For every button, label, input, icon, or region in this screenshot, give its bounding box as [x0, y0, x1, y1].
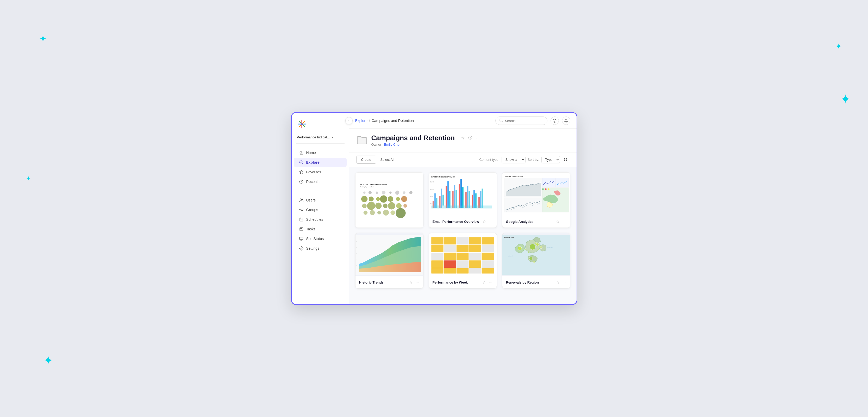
svg-point-47	[403, 191, 405, 194]
svg-rect-148	[482, 268, 494, 273]
svg-rect-135	[444, 253, 456, 260]
breadcrumb-explore[interactable]: Explore	[355, 119, 368, 123]
svg-rect-80	[452, 191, 454, 208]
card-historic-trends[interactable]: 6 5 4 3 2	[355, 233, 424, 289]
card-footer-content-performance: Content Performance ★ ···	[355, 228, 423, 228]
svg-point-48	[409, 191, 412, 194]
sidebar-item-recents-label: Recents	[306, 180, 319, 184]
search-input[interactable]	[505, 119, 544, 123]
svg-rect-94	[482, 189, 483, 208]
svg-rect-136	[456, 253, 468, 260]
svg-text:Facebook Content Performance: Facebook Content Performance	[360, 183, 387, 185]
svg-rect-125	[444, 237, 456, 244]
card-actions-google-analytics: ☆ ···	[556, 219, 566, 225]
search-box[interactable]	[495, 117, 548, 125]
svg-rect-88	[468, 191, 470, 208]
svg-rect-78	[447, 181, 449, 208]
topbar: Explore / Campaigns and Retention	[349, 113, 577, 129]
breadcrumb: Explore / Campaigns and Retention	[355, 119, 414, 123]
star-icon	[299, 170, 304, 174]
star-button-email-performance[interactable]: ☆	[482, 219, 487, 225]
svg-point-165	[533, 261, 535, 263]
svg-point-26	[301, 248, 302, 249]
svg-rect-84	[460, 179, 462, 208]
card-google-analytics[interactable]: Website Traffic Trends	[502, 172, 570, 228]
sidebar-item-users[interactable]: Users	[294, 196, 347, 205]
sidebar-item-home[interactable]: Home	[294, 148, 347, 157]
svg-rect-147	[469, 268, 481, 273]
svg-point-58	[375, 203, 381, 209]
help-button[interactable]	[551, 117, 559, 125]
sort-select[interactable]: Type	[541, 156, 560, 163]
svg-rect-83	[459, 184, 460, 208]
svg-rect-93	[480, 191, 481, 208]
sidebar-item-schedules[interactable]: Schedules	[294, 215, 347, 224]
svg-rect-12	[302, 209, 303, 210]
info-button[interactable]	[468, 135, 473, 141]
sparkle-decoration-4: ✦	[835, 42, 842, 51]
star-button-performance-week[interactable]: ☆	[482, 279, 487, 285]
svg-point-53	[388, 196, 393, 202]
card-email-performance[interactable]: Email Performance Overview	[429, 172, 497, 228]
svg-point-5	[300, 160, 303, 164]
sidebar-item-favorites[interactable]: Favorites	[294, 167, 347, 177]
svg-text:3: 3	[356, 259, 357, 261]
groups-icon	[299, 207, 304, 212]
sidebar-item-site-status-label: Site Status	[306, 237, 324, 241]
sidebar-item-recents[interactable]: Recents	[294, 177, 347, 186]
select-all-button[interactable]: Select All	[379, 156, 395, 163]
users-icon	[299, 198, 304, 203]
more-button-renewals-region[interactable]: ···	[562, 280, 566, 285]
app-window: Performance Indicat... ▾ Home Explore	[291, 112, 577, 305]
workspace-selector[interactable]: Performance Indicat... ▾	[292, 133, 349, 141]
create-button[interactable]: Create	[356, 156, 376, 164]
star-button-renewals-region[interactable]: ☆	[556, 279, 560, 285]
favorite-title-button[interactable]: ☆	[460, 135, 465, 141]
sidebar-item-site-status[interactable]: Site Status	[294, 234, 347, 243]
nav-divider-1	[296, 143, 345, 144]
star-button-historic-trends[interactable]: ☆	[409, 279, 413, 285]
explore-icon	[299, 160, 304, 165]
svg-rect-133	[482, 245, 494, 252]
more-button-historic-trends[interactable]: ···	[415, 280, 420, 285]
grid-view-button[interactable]	[562, 156, 569, 163]
tasks-icon	[299, 227, 304, 232]
card-thumbnail-renewals-region: Renewal Data	[502, 233, 570, 276]
notifications-button[interactable]	[562, 117, 570, 125]
more-button-performance-week[interactable]: ···	[489, 280, 493, 285]
more-options-button[interactable]: ···	[475, 135, 480, 141]
sidebar-item-settings[interactable]: Settings	[294, 244, 347, 253]
svg-marker-7	[300, 170, 303, 174]
sidebar-item-schedules-label: Schedules	[306, 217, 323, 221]
svg-rect-131	[456, 245, 468, 252]
sidebar-item-groups[interactable]: Groups	[294, 205, 347, 214]
svg-text:20,000: 20,000	[430, 203, 434, 205]
more-button-email-performance[interactable]: ···	[489, 219, 493, 225]
sidebar-collapse-button[interactable]: ‹	[345, 117, 352, 124]
main-content: Explore / Campaigns and Retention	[349, 113, 577, 304]
svg-line-28	[502, 121, 502, 122]
svg-rect-127	[469, 237, 481, 244]
svg-rect-79	[449, 191, 451, 208]
svg-point-43	[375, 191, 378, 194]
card-renewals-region[interactable]: Renewal Data	[502, 233, 570, 289]
svg-text:Renewal Data: Renewal Data	[504, 236, 514, 238]
svg-point-65	[377, 211, 381, 214]
sparkle-decoration-2: ✦	[26, 175, 31, 182]
svg-point-57	[367, 202, 375, 210]
sidebar-item-settings-label: Settings	[306, 246, 319, 250]
star-button-google-analytics[interactable]: ☆	[556, 219, 560, 225]
sidebar-item-explore[interactable]: Explore	[294, 158, 347, 167]
svg-text:2: 2	[356, 265, 357, 267]
toolbar-left: Create Select All	[356, 156, 396, 164]
content-type-select[interactable]: Show all	[502, 156, 526, 163]
card-title-email-performance: Email Performance Overview	[433, 220, 479, 224]
svg-rect-126	[456, 237, 468, 244]
svg-rect-75	[441, 189, 442, 208]
owner-name[interactable]: Emily Chen	[384, 143, 401, 146]
card-performance-week[interactable]: Performance by Week ☆ ···	[429, 233, 497, 289]
card-content-performance[interactable]: Facebook Content Performance Posts by Ty…	[355, 172, 424, 228]
sidebar-item-tasks[interactable]: Tasks	[294, 225, 347, 234]
more-button-google-analytics[interactable]: ···	[562, 219, 566, 225]
svg-rect-124	[431, 237, 443, 244]
